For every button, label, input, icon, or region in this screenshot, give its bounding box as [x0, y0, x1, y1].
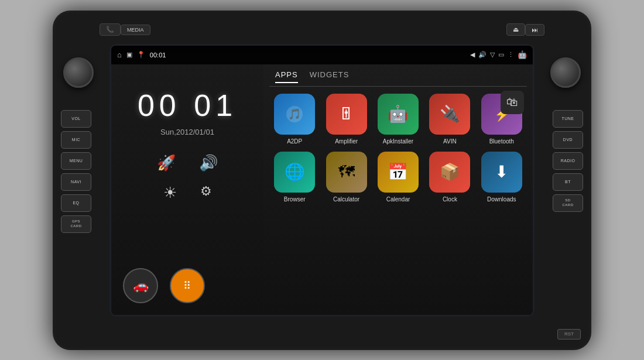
- android-icon: 🤖: [518, 50, 527, 59]
- clock-icon: 📦: [429, 152, 470, 193]
- app-browser[interactable]: 🌐 Browser: [272, 152, 317, 203]
- mic-button[interactable]: MIC: [61, 131, 91, 149]
- sd-card-button[interactable]: SDCARD: [553, 194, 583, 212]
- app-downloads[interactable]: ⬇ Downloads: [479, 152, 524, 203]
- gps-card-button[interactable]: GPSCARD: [61, 215, 91, 233]
- dvd-button[interactable]: DVD: [553, 131, 583, 149]
- notification-icon[interactable]: ▽: [490, 51, 495, 59]
- status-bar-right: ◀ 🔊 ▽ ▭ ⋮ 🤖: [470, 50, 527, 59]
- left-icons: 🚀 🔊 ☀ ⚙: [117, 154, 258, 202]
- screen: ⌂ ▣ 📍 00:01 ◀ 🔊 ▽ ▭ ⋮ 🤖 00 01 Sun,2012/0…: [111, 46, 533, 315]
- volume-icon[interactable]: 🔊: [478, 51, 487, 59]
- rst-label: RST: [564, 331, 574, 337]
- volume-left-icon[interactable]: 🔊: [199, 154, 218, 172]
- apps-grid-button[interactable]: ⠿: [170, 268, 205, 303]
- tab-apps[interactable]: APPS: [275, 70, 298, 83]
- tune-button[interactable]: TUNE: [553, 110, 583, 128]
- a2dp-label: A2DP: [287, 138, 302, 145]
- left-knob[interactable]: [63, 57, 94, 88]
- left-icon-row-2: ☀ ⚙: [117, 184, 258, 202]
- phone-button[interactable]: 📞: [100, 23, 121, 36]
- clock-time: 00 01: [138, 88, 237, 123]
- store-icon[interactable]: 🛍: [501, 91, 524, 114]
- settings-icon[interactable]: ⚙: [200, 184, 212, 202]
- app-a2dp[interactable]: 🎵 A2DP: [272, 94, 317, 145]
- radio-button[interactable]: RADIO: [553, 152, 583, 170]
- right-panel: APPS WIDGETS 🛍 🎵 A2DP: [263, 64, 533, 315]
- app-avin[interactable]: 🔌 AVIN: [427, 94, 472, 145]
- downloads-label: Downloads: [487, 196, 516, 203]
- app-calculator[interactable]: 🗺 Calculator: [324, 152, 368, 203]
- calendar-icon: 📅: [378, 152, 419, 193]
- right-side-buttons: TUNE DVD RADIO BT SDCARD: [553, 110, 583, 212]
- browser-icon: 🌐: [274, 152, 315, 193]
- app-calendar[interactable]: 📅 Calendar: [376, 152, 420, 203]
- home-icon[interactable]: ⌂: [117, 50, 122, 59]
- car-icon-button[interactable]: 🚗: [123, 268, 158, 303]
- head-unit: 📞 MEDIA ⏏ ⏭ VOL MIC MENU NAVI EQ GPSCARD…: [53, 11, 591, 350]
- app-amplifier[interactable]: 🎚 Amplifier: [324, 94, 368, 145]
- amplifier-label: Amplifier: [335, 138, 358, 145]
- overflow-icon[interactable]: ⋮: [508, 51, 514, 59]
- skip-button[interactable]: ⏭: [525, 24, 544, 36]
- calendar-label: Calendar: [386, 196, 410, 203]
- left-side-buttons: VOL MIC MENU NAVI EQ GPSCARD: [61, 110, 91, 233]
- app-grid: 🎵 A2DP 🎚 Amplifier 🤖 ApkInstaller: [269, 94, 527, 203]
- downloads-icon: ⬇: [481, 152, 522, 193]
- rst-button[interactable]: RST: [557, 329, 581, 340]
- vol-button[interactable]: VOL: [61, 110, 91, 128]
- right-knob[interactable]: [550, 57, 581, 88]
- status-bar-left: ⌂ ▣ 📍 00:01: [117, 50, 166, 59]
- location-icon: 📍: [137, 51, 145, 59]
- display-icon[interactable]: ▭: [498, 51, 504, 59]
- browser-label: Browser: [284, 196, 306, 203]
- eject-icon: ⏏: [513, 26, 519, 33]
- app-clock[interactable]: 📦 Clock: [427, 152, 472, 203]
- status-bar: ⌂ ▣ 📍 00:01 ◀ 🔊 ▽ ▭ ⋮ 🤖: [111, 46, 533, 64]
- apkinstaller-icon: 🤖: [378, 94, 419, 135]
- avin-label: AVIN: [443, 138, 457, 145]
- brightness-icon[interactable]: ☀: [163, 184, 177, 202]
- svg-text:🎵: 🎵: [288, 108, 302, 121]
- amplifier-icon: 🎚: [326, 94, 367, 135]
- skip-icon: ⏭: [532, 26, 538, 33]
- app-apkinstaller[interactable]: 🤖 ApkInstaller: [376, 94, 420, 145]
- a2dp-icon: 🎵: [274, 94, 315, 135]
- media-label: MEDIA: [127, 27, 144, 33]
- status-time: 00:01: [150, 52, 166, 59]
- navi-button[interactable]: NAVI: [61, 173, 91, 191]
- calculator-label: Calculator: [333, 196, 359, 203]
- apkinstaller-label: ApkInstaller: [383, 138, 413, 145]
- avin-icon: 🔌: [429, 94, 470, 135]
- left-panel: 00 01 Sun,2012/01/01 🚀 🔊 ☀ ⚙ 🚗 ⠿: [111, 64, 263, 315]
- bt-button[interactable]: BT: [553, 173, 583, 191]
- clock-date: Sun,2012/01/01: [160, 128, 214, 136]
- clock-label: Clock: [443, 196, 457, 203]
- tab-bar: APPS WIDGETS: [269, 70, 527, 87]
- menu-button[interactable]: MENU: [61, 152, 91, 170]
- phone-icon: 📞: [106, 26, 114, 33]
- tab-widgets[interactable]: WIDGETS: [310, 70, 350, 83]
- eject-button[interactable]: ⏏: [506, 23, 525, 36]
- eq-button[interactable]: EQ: [61, 194, 91, 212]
- left-icon-row-1: 🚀 🔊: [117, 154, 258, 172]
- navigation-icon[interactable]: 🚀: [157, 154, 176, 172]
- top-bar: 📞 MEDIA ⏏ ⏭: [100, 21, 544, 39]
- recent-apps-icon[interactable]: ▣: [126, 51, 132, 59]
- back-icon[interactable]: ◀: [470, 51, 475, 59]
- bluetooth-label: Bluetooth: [489, 138, 514, 145]
- bottom-left-icons: 🚗 ⠿: [123, 268, 205, 303]
- media-button[interactable]: MEDIA: [121, 25, 150, 35]
- calculator-icon: 🗺: [326, 152, 367, 193]
